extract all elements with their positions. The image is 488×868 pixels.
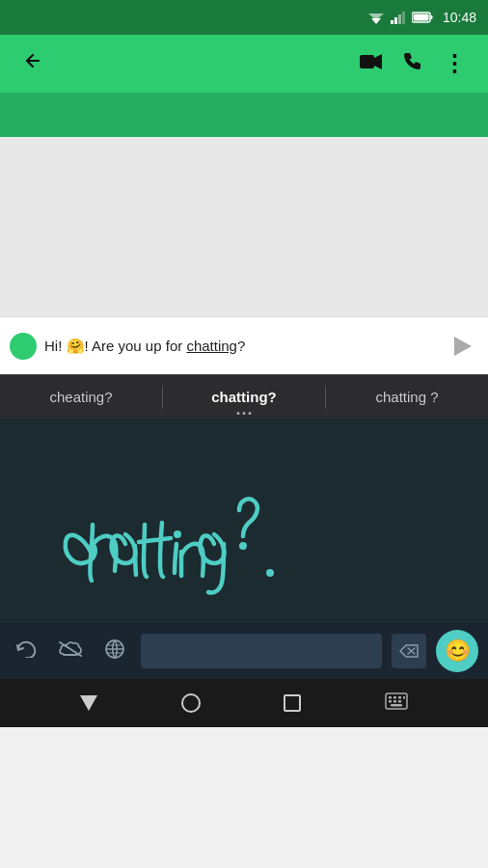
- back-button[interactable]: [14, 42, 50, 85]
- svg-rect-22: [403, 696, 405, 699]
- emoji-button[interactable]: 😊: [436, 630, 478, 672]
- svg-rect-3: [394, 17, 397, 24]
- svg-rect-19: [389, 696, 392, 699]
- svg-marker-10: [374, 54, 382, 69]
- clear-button[interactable]: [52, 635, 89, 668]
- backspace-button[interactable]: [392, 634, 426, 668]
- svg-rect-5: [402, 12, 405, 24]
- svg-rect-4: [398, 14, 401, 24]
- svg-marker-1: [368, 14, 384, 20]
- chat-area: [0, 137, 488, 316]
- video-call-button[interactable]: [350, 45, 393, 83]
- suggestions-bar: cheating? chatting? chatting ?: [0, 374, 488, 419]
- svg-rect-23: [389, 700, 392, 703]
- message-prefix: Hi! 🤗! Are you up for: [44, 338, 186, 354]
- svg-rect-9: [360, 55, 374, 68]
- input-row: Hi! 🤗! Are you up for chatting?: [0, 316, 488, 374]
- handwriting-display: [0, 419, 488, 631]
- svg-rect-8: [413, 14, 428, 21]
- text-input-field[interactable]: [141, 634, 382, 668]
- send-button[interactable]: [444, 329, 478, 364]
- svg-point-11: [174, 530, 181, 538]
- message-underlined: chatting: [186, 338, 237, 354]
- time-display: 10:48: [443, 10, 476, 25]
- nav-keyboard-button[interactable]: [385, 692, 408, 715]
- nav-recents-button[interactable]: [284, 694, 301, 712]
- app-bar: ⋮: [0, 35, 488, 93]
- suggestion-chatting[interactable]: chatting?: [163, 375, 325, 419]
- language-button[interactable]: [98, 633, 131, 670]
- svg-rect-24: [393, 700, 396, 703]
- svg-rect-7: [430, 15, 432, 19]
- nav-back-button[interactable]: [80, 695, 97, 711]
- wifi-icon: [367, 12, 385, 24]
- contact-bar: [0, 93, 488, 137]
- avatar: [10, 333, 37, 360]
- svg-rect-20: [393, 696, 396, 699]
- suggestion-dots: [237, 412, 252, 415]
- svg-point-12: [239, 542, 247, 550]
- system-nav-bar: [0, 679, 488, 727]
- status-bar: 10:48: [0, 0, 488, 35]
- signal-icon: [391, 12, 406, 24]
- svg-rect-26: [391, 704, 402, 707]
- emoji-icon: 😊: [445, 638, 471, 664]
- message-text: Hi! 🤗! Are you up for chatting?: [44, 336, 436, 356]
- battery-icon: [412, 12, 433, 23]
- svg-rect-2: [391, 20, 393, 24]
- svg-point-13: [266, 569, 274, 577]
- keyboard-area[interactable]: 😊: [0, 419, 488, 679]
- suggestion-chatting-space[interactable]: chatting ?: [326, 375, 488, 419]
- nav-home-button[interactable]: [181, 693, 201, 713]
- svg-rect-25: [398, 700, 401, 703]
- send-icon: [454, 337, 472, 356]
- keyboard-bottom-row: 😊: [0, 623, 488, 679]
- more-options-button[interactable]: ⋮: [433, 42, 474, 85]
- phone-button[interactable]: [393, 43, 433, 85]
- undo-button[interactable]: [10, 635, 42, 668]
- message-suffix: ?: [237, 338, 245, 354]
- svg-rect-21: [398, 696, 401, 699]
- suggestion-cheating[interactable]: cheating?: [0, 375, 162, 419]
